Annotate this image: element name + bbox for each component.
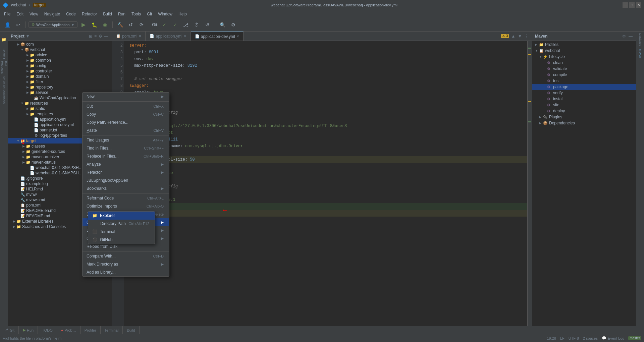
commit-icon[interactable]: Commit [1, 47, 7, 60]
menu-build[interactable]: Build [100, 11, 115, 17]
submenu-item-terminal[interactable]: ⬛ Terminal [88, 228, 155, 236]
tree-item-domain[interactable]: ▶ 📁 domain [8, 74, 112, 79]
debug-button[interactable]: 🐛 [90, 20, 99, 30]
menu-file[interactable]: File [1, 11, 13, 17]
tab-close-dev[interactable]: ✕ [236, 35, 239, 38]
pull-requests-icon[interactable]: Pull Requests [1, 61, 7, 74]
maven-item-dependencies[interactable]: ▶ 📦 Dependencies [532, 120, 636, 126]
ctx-reformat[interactable]: Reformat Code Ctrl+Alt+L [83, 194, 169, 202]
settings-button[interactable]: ⚙ [228, 20, 238, 30]
submenu-item-directory-path[interactable]: Directory Path Ctrl+Alt+F12 [88, 220, 155, 228]
git-push-button[interactable]: ✓ [170, 20, 180, 30]
run-button[interactable]: ▶ [79, 20, 88, 30]
panel-collapse-button[interactable]: ≡ [94, 33, 97, 39]
editor-down-button[interactable]: ▼ [517, 33, 523, 39]
window-controls[interactable]: ─ □ ✕ [623, 2, 641, 8]
ctx-analyze[interactable]: Analyze ▶ [83, 160, 169, 168]
ctx-paste[interactable]: Paste Ctrl+V [83, 126, 169, 134]
bottom-tab-problems[interactable]: ● Prob… [57, 326, 80, 334]
submenu-item-explorer[interactable]: 📁 Explorer [88, 212, 155, 220]
status-spaces[interactable]: 2 spaces [583, 336, 598, 340]
run-config-selector[interactable]: ⚙ WebChatApplication ▼ [29, 21, 77, 28]
tree-item-common[interactable]: ▶ 📁 common [8, 58, 112, 63]
structure-icon[interactable]: Structure [1, 75, 7, 89]
menu-tools[interactable]: Tools [129, 11, 144, 17]
panel-hide-button[interactable]: — [104, 33, 109, 39]
tree-item-filter[interactable]: ▶ 📁 filter [8, 79, 112, 84]
ctx-copy-path[interactable]: Copy Path/Reference... [83, 118, 169, 126]
tab-application[interactable]: 📄 application.yml ✕ [146, 32, 191, 41]
menu-view[interactable]: View [27, 11, 41, 17]
ctx-bookmarks[interactable]: Bookmarks ▶ [83, 184, 169, 192]
ctx-new[interactable]: New ▶ [83, 93, 169, 101]
status-event-log[interactable]: 💬 Event Log [602, 336, 625, 340]
ctx-replace-files[interactable]: Replace in Files... Ctrl+Shift+R [83, 152, 169, 160]
menu-refactor[interactable]: Refactor [79, 11, 100, 17]
maven-item-verify[interactable]: ⚙ verify [532, 90, 636, 96]
tree-item-com[interactable]: ▶ 📦 com [8, 42, 112, 47]
maven-item-test[interactable]: ⚙ test [532, 78, 636, 84]
maven-settings-button[interactable]: ⚙ [622, 33, 627, 39]
maven-icon[interactable]: Maven [637, 47, 644, 60]
maven-item-site[interactable]: ⚙ site [532, 102, 636, 108]
maven-item-install[interactable]: ⚙ install [532, 96, 636, 102]
maven-item-clean[interactable]: ⚙ clean [532, 60, 636, 66]
maven-item-plugins[interactable]: ▶ 🔌 Plugins [532, 114, 636, 120]
tree-item-repository[interactable]: ▶ 📁 repository [8, 84, 112, 90]
status-position[interactable]: 19:28 [547, 336, 556, 340]
sync-button[interactable]: ↺ [126, 20, 136, 30]
bottom-tab-git[interactable]: ⎇ Git [0, 326, 19, 334]
reload-button[interactable]: ⟳ [137, 20, 146, 30]
menu-run[interactable]: Run [115, 11, 128, 17]
tree-item-config[interactable]: ▶ 📁 config [8, 63, 112, 68]
bottom-tab-run[interactable]: ▶ Run [19, 326, 38, 334]
tree-item-controller[interactable]: ▶ 📁 controller [8, 68, 112, 74]
status-encoding[interactable]: UTF-8 [569, 336, 579, 340]
minimize-button[interactable]: ─ [623, 2, 628, 8]
status-lf[interactable]: LF [560, 336, 565, 340]
git-branch-badge[interactable]: master [628, 336, 641, 340]
tab-application-dev[interactable]: 📄 application-dev.yml ✕ [191, 32, 244, 41]
maven-item-compile[interactable]: ⚙ compile [532, 72, 636, 78]
maven-item-webchat[interactable]: ▼ 📋 webchat [532, 48, 636, 54]
back-button[interactable]: 👤 [3, 20, 12, 30]
editor-up-button[interactable]: ▲ [511, 33, 516, 39]
forward-button[interactable]: ↩ [13, 20, 23, 30]
menu-navigate[interactable]: Navigate [42, 11, 63, 17]
code-content[interactable]: server: port: 8091 env: dev max-http-hea… [124, 41, 527, 327]
panel-expand-button[interactable]: ⊞ [88, 33, 93, 39]
maven-item-validate[interactable]: ⚙ validate [532, 66, 636, 72]
bottom-tab-terminal[interactable]: Terminal [101, 326, 123, 334]
ctx-mark-dir[interactable]: Mark Directory as ▶ [83, 260, 169, 268]
coverage-button[interactable]: ◉ [100, 20, 110, 30]
git-revert-button[interactable]: ↺ [203, 20, 212, 30]
database-icon[interactable]: Database [637, 33, 644, 46]
bookmarks-icon[interactable]: Bookmarks [1, 89, 7, 103]
panel-settings-button[interactable]: ⚙ [98, 33, 103, 39]
tab-close-pom[interactable]: ✕ [139, 34, 141, 38]
bottom-tab-profiler[interactable]: Profiler [80, 326, 101, 334]
editor-more-button[interactable]: ⋮ [524, 33, 529, 39]
tab-pom[interactable]: 📋 pom.xml ✕ [112, 32, 146, 41]
submenu-item-github[interactable]: ⚫ GitHub [88, 236, 155, 244]
ctx-find-files[interactable]: Find in Files... Ctrl+Shift+F [83, 144, 169, 152]
menu-help[interactable]: Help [176, 11, 190, 17]
bottom-tab-todo[interactable]: TODO [38, 326, 57, 334]
editor-scrollbar[interactable] [527, 41, 532, 327]
maven-item-lifecycle[interactable]: ▼ ⚡ Lifecycle [532, 54, 636, 60]
bottom-tab-build[interactable]: Build [123, 326, 139, 334]
menu-code[interactable]: Code [63, 11, 78, 17]
ctx-compare[interactable]: Compare With... Ctrl+D [83, 252, 169, 260]
ctx-refactor[interactable]: Refactor ▶ [83, 168, 169, 176]
ctx-find-usages[interactable]: Find Usages Alt+F7 [83, 136, 169, 144]
git-branch-button[interactable]: ⎇ [181, 20, 191, 30]
git-history-button[interactable]: ⏱ [192, 20, 201, 30]
search-button[interactable]: 🔍 [218, 20, 227, 30]
menu-edit[interactable]: Edit [14, 11, 26, 17]
ctx-optimize[interactable]: Optimize Imports Ctrl+Alt+O [83, 202, 169, 210]
menu-window[interactable]: Window [155, 11, 175, 17]
maven-hide-button[interactable]: — [628, 33, 633, 39]
menu-git[interactable]: Git [144, 11, 155, 17]
maven-item-package[interactable]: ⚙ package [532, 84, 636, 90]
tree-item-advice[interactable]: ▶ 📁 advice [8, 52, 112, 58]
